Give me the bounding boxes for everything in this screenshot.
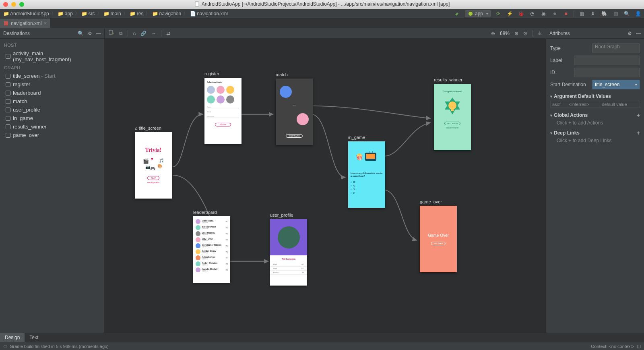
destination-icon: [6, 99, 10, 104]
title-illustration: 🎬 ♥ 🎵 📷 🎨 🎮: [141, 157, 165, 173]
auto-arrange-icon[interactable]: ⇄: [166, 31, 170, 36]
destination-icon: [6, 124, 10, 129]
add-action-button[interactable]: +: [637, 112, 640, 118]
signup-button: SIGN UP: [215, 123, 231, 126]
tab-text[interactable]: Text: [25, 333, 43, 342]
memory-icon[interactable]: ◫: [637, 344, 641, 349]
hammer-icon[interactable]: [454, 10, 461, 17]
search-icon[interactable]: 🔍: [623, 10, 630, 17]
zoom-window-button[interactable]: [19, 2, 24, 7]
folder-icon: 📁: [152, 11, 158, 17]
event-log-icon[interactable]: ▭: [3, 344, 7, 349]
minimize-icon[interactable]: —: [96, 31, 101, 36]
link-icon[interactable]: 🔗: [140, 31, 147, 36]
avd-icon[interactable]: ▦: [578, 10, 585, 17]
node-label: match: [276, 72, 288, 77]
profiler-icon[interactable]: ◔: [528, 10, 536, 17]
tab-design[interactable]: Design: [0, 333, 25, 342]
nested-graph-icon[interactable]: ⧉: [119, 31, 123, 36]
app-title: Trivia!: [145, 147, 162, 153]
node-match[interactable]: match VS START MATCH: [276, 79, 313, 145]
panel-title: Attributes: [549, 31, 570, 36]
close-window-button[interactable]: [3, 2, 8, 7]
destination-icon: [6, 133, 10, 138]
graph-item-results-winner[interactable]: results_winner: [0, 122, 104, 131]
graph-item-title-screen[interactable]: title_screen - Start: [0, 72, 104, 80]
node-results-winner[interactable]: results_winner Congratulations! NEXT MAT…: [434, 84, 471, 150]
node-register[interactable]: register Select an Avatar Name Email Pas…: [204, 78, 242, 144]
arguments-group[interactable]: Argument Default Values: [550, 93, 640, 99]
run-config-dropdown[interactable]: app: [465, 10, 491, 17]
breadcrumb-src[interactable]: 📁src: [81, 11, 96, 17]
node-in-game[interactable]: in_game 🍿 How many kilometers are in a m…: [348, 141, 385, 208]
start-dest-dropdown[interactable]: title_screen: [592, 80, 640, 89]
window-title: AndroidStudioApp [~/AndroidStudioProject…: [194, 1, 450, 7]
zoom-in-icon[interactable]: ⊕: [514, 31, 518, 36]
graph-item-match[interactable]: match: [0, 97, 104, 106]
node-label: in_game: [348, 135, 365, 140]
next-match-button: NEXT MATCH: [444, 122, 460, 125]
graph-item-in-game[interactable]: in_game: [0, 114, 104, 122]
play-button: PLAY: [147, 176, 159, 180]
close-tab-button[interactable]: ×: [44, 20, 47, 26]
editor-tab-navigation[interactable]: navigation.xml ×: [0, 19, 50, 28]
minimize-icon[interactable]: —: [636, 31, 641, 36]
graph-item-leaderboard[interactable]: leaderboard: [0, 89, 104, 97]
host-item[interactable]: activity_main (my_nav_host_fragment): [0, 49, 104, 64]
add-deeplink-button[interactable]: +: [637, 130, 640, 136]
label-input[interactable]: [574, 56, 640, 65]
breadcrumb-project[interactable]: 📁AndroidStudioApp: [2, 11, 50, 17]
nav-editor: + ⧉ ⌂ 🔗 → ⇄ ⊖ 68% ⊕ ⊙ ⚠: [105, 28, 546, 333]
tab-label: navigation.xml: [11, 21, 42, 26]
svg-rect-2: [4, 21, 8, 25]
graph-item-user-profile[interactable]: user_profile: [0, 106, 104, 114]
breadcrumb-navigation[interactable]: 📁navigation: [151, 11, 182, 17]
warnings-icon[interactable]: ⚠: [537, 31, 542, 36]
user-avatar[interactable]: 👤: [634, 10, 642, 17]
zoom-fit-icon[interactable]: ⊙: [523, 31, 527, 36]
global-actions-group[interactable]: Global Actions+: [550, 112, 640, 118]
debug-icon[interactable]: 🐞: [517, 10, 524, 17]
context-label[interactable]: Context: <no context>: [591, 344, 634, 349]
separator: [161, 30, 161, 37]
graph-item-game-over[interactable]: game_over: [0, 131, 104, 139]
destinations-list: HOST activity_main (my_nav_host_fragment…: [0, 39, 104, 333]
node-title-screen[interactable]: ⌂title_screen Trivia! 🎬 ♥ 🎵 📷 🎨 🎮 PLAY L…: [135, 132, 172, 199]
arguments-table: asdf<inferred>default value: [550, 101, 640, 108]
gradle-icon[interactable]: 🐘: [601, 10, 608, 17]
graph-item-register[interactable]: register: [0, 80, 104, 89]
destinations-header: Destinations 🔍 ⚙ —: [0, 28, 104, 39]
gear-icon[interactable]: ⚙: [627, 31, 632, 36]
start-dest-label: Start Destination: [550, 82, 589, 87]
breadcrumb-res[interactable]: 📁res: [129, 11, 144, 17]
breadcrumb-module[interactable]: 📁app: [57, 11, 74, 17]
sync-icon[interactable]: ⟳: [495, 10, 502, 17]
deep-links-group[interactable]: Deep Links+: [550, 130, 640, 136]
coverage-icon[interactable]: ◉: [540, 10, 547, 17]
node-label: register: [204, 71, 219, 76]
profile-avatar: [278, 226, 300, 249]
sdk-icon[interactable]: ⬇: [589, 10, 597, 17]
arrow-icon[interactable]: →: [151, 31, 156, 36]
stop-icon[interactable]: ■: [562, 10, 570, 17]
id-input[interactable]: [574, 68, 640, 77]
node-leaderboard[interactable]: leaderboard Violet Parks13.00mm#1Brookly…: [193, 216, 230, 283]
main-toolbar: app ⟳ ⚡ 🐞 ◔ ◉ ⎆ ■ ▦ ⬇ 🐘 ▤ 🔍 👤: [454, 10, 642, 17]
attach-icon[interactable]: ⎆: [551, 10, 558, 17]
minimize-window-button[interactable]: [11, 2, 16, 7]
node-user-profile[interactable]: user_profile Ali Connors Rank#42Wins127L…: [270, 219, 307, 286]
nav-canvas[interactable]: ⌂title_screen Trivia! 🎬 ♥ 🎵 📷 🎨 🎮 PLAY L…: [105, 39, 546, 333]
breadcrumb-main[interactable]: 📁main: [103, 11, 122, 17]
home-icon[interactable]: ⌂: [133, 31, 136, 36]
structure-icon[interactable]: ▤: [612, 10, 619, 17]
node-game-over[interactable]: game_over Game Over TRY AGAIN: [420, 206, 457, 272]
new-destination-icon[interactable]: +: [109, 30, 114, 37]
module-icon: 📁: [58, 11, 64, 17]
attributes-body: Type Root Graph Label ID Start Destinati…: [546, 39, 644, 333]
search-icon[interactable]: 🔍: [78, 31, 84, 36]
breadcrumb-file[interactable]: 📄navigation.xml: [189, 11, 229, 17]
instant-run-icon[interactable]: ⚡: [506, 10, 513, 17]
gear-icon[interactable]: ⚙: [88, 31, 92, 36]
zoom-out-icon[interactable]: ⊖: [491, 31, 495, 36]
type-label: Type: [550, 46, 589, 51]
